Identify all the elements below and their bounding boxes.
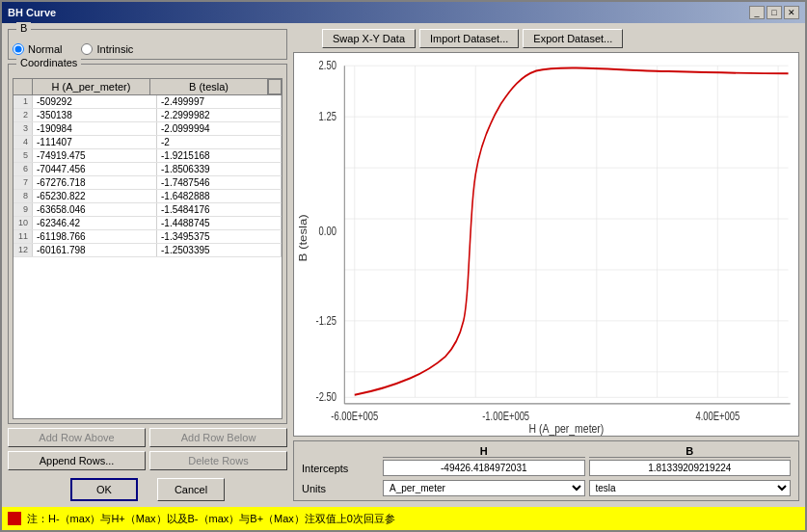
bottom-panel: H B Intercepts -49426.4184972031 1.81339… bbox=[293, 440, 799, 501]
intrinsic-radio-label[interactable]: Intrinsic bbox=[81, 43, 133, 55]
h-cell: -61198.766 bbox=[33, 230, 157, 243]
intrinsic-label: Intrinsic bbox=[96, 43, 133, 55]
b-cell: -2 bbox=[157, 136, 282, 148]
h-cell: -190984 bbox=[33, 122, 157, 135]
b-cell: -1.8506339 bbox=[157, 163, 282, 175]
row-num: 4 bbox=[13, 136, 33, 148]
import-dataset-button[interactable]: Import Dataset... bbox=[419, 29, 519, 48]
row-num: 1 bbox=[13, 95, 33, 108]
radio-row: Normal Intrinsic bbox=[13, 43, 282, 55]
b-intercept-value: 1.81339209219224 bbox=[589, 460, 792, 476]
window-controls: _ □ ✕ bbox=[749, 6, 799, 19]
export-dataset-button[interactable]: Export Dataset... bbox=[523, 29, 623, 48]
content-area: B Normal Intrinsic Coordinates bbox=[2, 23, 805, 507]
chart-area: 2.50 1.25 0.00 -1.25 -2.50 -6.00E+005 -1… bbox=[293, 52, 799, 437]
svg-text:0.00: 0.00 bbox=[319, 225, 336, 237]
h-cell: -60161.798 bbox=[33, 244, 157, 256]
table-row[interactable]: 2 -350138 -2.2999982 bbox=[13, 109, 282, 122]
h-col-header: H bbox=[383, 445, 585, 458]
table-row[interactable]: 4 -111407 -2 bbox=[13, 136, 282, 149]
b-cell: -1.3495375 bbox=[157, 230, 282, 243]
row-num: 9 bbox=[13, 203, 33, 216]
intrinsic-radio[interactable] bbox=[81, 43, 93, 55]
table-row[interactable]: 1 -509292 -2.499997 bbox=[13, 95, 282, 109]
empty-col bbox=[302, 445, 379, 458]
table-row[interactable]: 5 -74919.475 -1.9215168 bbox=[13, 149, 282, 163]
minimize-button[interactable]: _ bbox=[749, 6, 765, 19]
cancel-button[interactable]: Cancel bbox=[157, 478, 225, 501]
h-cell: -509292 bbox=[33, 95, 157, 108]
row-num-header bbox=[13, 79, 33, 94]
close-button[interactable]: ✕ bbox=[784, 6, 799, 19]
table-body[interactable]: 1 -509292 -2.499997 2 -350138 -2.2999982… bbox=[13, 95, 282, 418]
b-group-box: B Normal Intrinsic bbox=[8, 29, 287, 60]
b-cell: -2.2999982 bbox=[157, 109, 282, 121]
title-bar: BH Curve _ □ ✕ bbox=[2, 2, 805, 23]
h-cell: -350138 bbox=[33, 109, 157, 121]
table-row[interactable]: 3 -190984 -2.0999994 bbox=[13, 122, 282, 136]
left-panel: B Normal Intrinsic Coordinates bbox=[8, 29, 287, 501]
table-row[interactable]: 10 -62346.42 -1.4488745 bbox=[13, 217, 282, 230]
top-buttons: Swap X-Y Data Import Dataset... Export D… bbox=[293, 29, 799, 48]
row-num: 11 bbox=[13, 230, 33, 243]
ok-button[interactable]: OK bbox=[70, 478, 138, 501]
h-unit-select[interactable]: A_per_meter Oersted bbox=[383, 480, 585, 496]
b-cell: -2.499997 bbox=[157, 95, 282, 108]
table-row[interactable]: 11 -61198.766 -1.3495375 bbox=[13, 230, 282, 244]
row-num: 6 bbox=[13, 163, 33, 175]
svg-text:-2.50: -2.50 bbox=[316, 390, 336, 403]
table-row[interactable]: 7 -67276.718 -1.7487546 bbox=[13, 176, 282, 190]
b-cell: -1.2503395 bbox=[157, 244, 282, 256]
h-cell: -74919.475 bbox=[33, 149, 157, 162]
coords-group-box: Coordinates H (A_per_meter) B (tesla) 1 … bbox=[8, 64, 287, 424]
coords-group-label: Coordinates bbox=[16, 57, 81, 68]
intercepts-label: Intercepts bbox=[302, 463, 379, 474]
svg-text:-6.00E+005: -6.00E+005 bbox=[331, 410, 378, 422]
ok-cancel-row: OK Cancel bbox=[8, 478, 287, 501]
add-row-below-button[interactable]: Add Row Below bbox=[149, 428, 287, 447]
restore-button[interactable]: □ bbox=[767, 6, 782, 19]
window-title: BH Curve bbox=[8, 7, 56, 18]
table-row[interactable]: 8 -65230.822 -1.6482888 bbox=[13, 190, 282, 203]
normal-radio-label[interactable]: Normal bbox=[13, 43, 62, 55]
b-cell: -2.0999994 bbox=[157, 122, 282, 135]
svg-text:-1.25: -1.25 bbox=[316, 314, 336, 327]
append-rows-button[interactable]: Append Rows... bbox=[8, 451, 146, 470]
table-row[interactable]: 9 -63658.046 -1.5484176 bbox=[13, 203, 282, 217]
h-column-header: H (A_per_meter) bbox=[33, 79, 150, 94]
row-num: 8 bbox=[13, 190, 33, 202]
h-cell: -63658.046 bbox=[33, 203, 157, 216]
h-cell: -65230.822 bbox=[33, 190, 157, 202]
add-row-above-button[interactable]: Add Row Above bbox=[8, 428, 146, 447]
row-num: 3 bbox=[13, 122, 33, 135]
b-column-header: B (tesla) bbox=[150, 79, 268, 94]
swap-xy-button[interactable]: Swap X-Y Data bbox=[322, 29, 416, 48]
b-cell: -1.7487546 bbox=[157, 176, 282, 189]
b-unit-select[interactable]: tesla Gauss bbox=[589, 480, 792, 496]
right-panel: Swap X-Y Data Import Dataset... Export D… bbox=[293, 29, 799, 501]
note-bar: 注：H-（max）与H+（Max）以及B-（max）与B+（Max）注双值上0次… bbox=[2, 507, 805, 530]
delete-rows-button[interactable]: Delete Rows bbox=[149, 451, 287, 470]
svg-text:2.50: 2.50 bbox=[319, 59, 336, 71]
h-cell: -62346.42 bbox=[33, 217, 157, 229]
row-num: 5 bbox=[13, 149, 33, 162]
main-window: BH Curve _ □ ✕ B Normal Intrinsic bbox=[0, 0, 807, 532]
h-intercept-value: -49426.4184972031 bbox=[383, 460, 585, 476]
units-label: Units bbox=[302, 483, 379, 494]
row-buttons-bottom: Append Rows... Delete Rows bbox=[8, 451, 287, 470]
b-cell: -1.6482888 bbox=[157, 190, 282, 202]
svg-text:B (tesla): B (tesla) bbox=[297, 214, 309, 261]
row-num: 2 bbox=[13, 109, 33, 121]
h-cell: -70447.456 bbox=[33, 163, 157, 175]
b-cell: -1.9215168 bbox=[157, 149, 282, 162]
table-row[interactable]: 12 -60161.798 -1.2503395 bbox=[13, 244, 282, 257]
data-table[interactable]: H (A_per_meter) B (tesla) 1 -509292 -2.4… bbox=[13, 78, 282, 419]
table-header: H (A_per_meter) B (tesla) bbox=[13, 79, 282, 95]
b-cell: -1.4488745 bbox=[157, 217, 282, 229]
note-text: 注：H-（max）与H+（Max）以及B-（max）与B+（Max）注双值上0次… bbox=[27, 512, 395, 526]
scrollbar-header bbox=[268, 79, 282, 94]
normal-radio[interactable] bbox=[13, 43, 24, 55]
h-cell: -67276.718 bbox=[33, 176, 157, 189]
table-row[interactable]: 6 -70447.456 -1.8506339 bbox=[13, 163, 282, 176]
b-group-label: B bbox=[16, 22, 31, 34]
